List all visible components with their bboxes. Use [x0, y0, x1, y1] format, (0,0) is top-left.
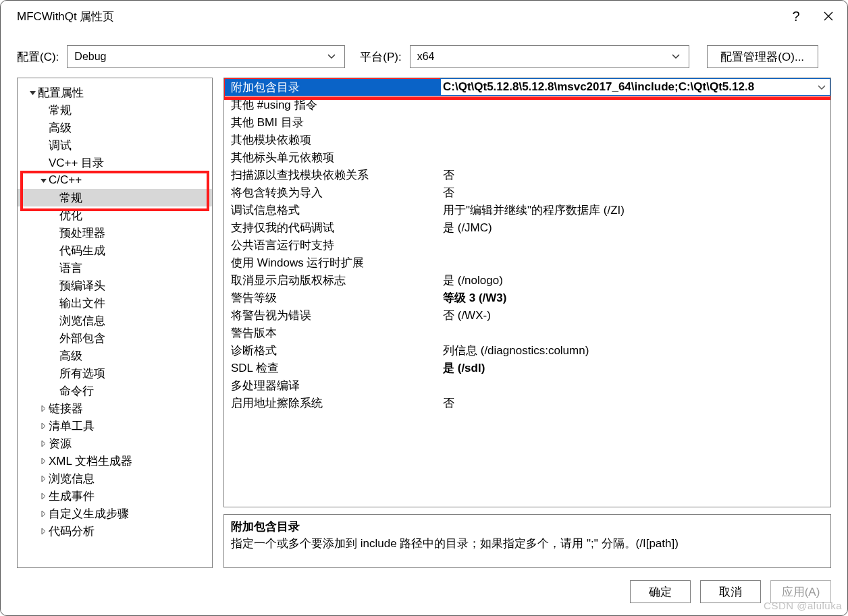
property-value — [440, 254, 830, 271]
chevron-down-icon[interactable] — [818, 83, 826, 92]
caret-right-icon — [38, 423, 49, 429]
tree-branch[interactable]: 配置属性 — [18, 84, 212, 101]
tree-leaf[interactable]: 高级 — [18, 119, 212, 136]
help-button[interactable]: ? — [780, 1, 812, 32]
property-name: 将警告视为错误 — [224, 306, 440, 324]
property-value: 等级 3 (/W3) — [440, 289, 830, 306]
tree-branch[interactable]: 浏览信息 — [18, 470, 212, 487]
property-row[interactable]: 扫描源以查找模块依赖关系否 — [224, 166, 830, 184]
tree-leaf[interactable]: 预处理器 — [18, 224, 212, 242]
property-row[interactable]: 其他标头单元依赖项 — [224, 148, 830, 166]
property-row[interactable]: 启用地址擦除系统否 — [224, 394, 830, 412]
chevron-down-icon — [670, 54, 682, 59]
property-value — [440, 148, 830, 166]
property-row[interactable]: 将警告视为错误否 (/WX-) — [224, 306, 830, 324]
tree-item-label: 链接器 — [49, 401, 83, 416]
right-column: 附加包含目录C:\Qt\Qt5.12.8\5.12.8\msvc2017_64\… — [223, 78, 831, 568]
property-row[interactable]: 调试信息格式用于"编辑并继续"的程序数据库 (/ZI) — [224, 201, 830, 219]
description-panel: 附加包含目录 指定一个或多个要添加到 include 路径中的目录；如果指定多个… — [223, 514, 831, 568]
tree-leaf[interactable]: 调试 — [18, 136, 212, 154]
tree-branch[interactable]: 生成事件 — [18, 487, 212, 505]
config-combo[interactable]: Debug — [67, 45, 345, 68]
tree-leaf[interactable]: 常规 — [18, 101, 212, 119]
property-value — [440, 376, 830, 394]
tree-item-label: 常规 — [49, 103, 72, 118]
property-page-dialog: MFCWithQt 属性页 ? 配置(C): Debug 平台(P): x64 … — [0, 0, 848, 616]
property-value: 否 — [440, 184, 830, 201]
apply-button[interactable]: 应用(A) — [770, 580, 831, 603]
platform-combo[interactable]: x64 — [410, 45, 689, 68]
tree-leaf[interactable]: 输出文件 — [18, 294, 212, 312]
caret-down-icon — [38, 177, 49, 184]
tree-leaf[interactable]: 语言 — [18, 259, 212, 277]
close-button[interactable] — [812, 1, 845, 32]
chevron-down-icon — [325, 54, 338, 59]
tree-leaf[interactable]: 命令行 — [18, 382, 212, 399]
tree-item-label: 优化 — [59, 208, 82, 223]
cancel-button[interactable]: 取消 — [700, 580, 761, 603]
property-name: 多处理器编译 — [224, 376, 440, 394]
config-label: 配置(C): — [17, 49, 59, 65]
tree-leaf[interactable]: 浏览信息 — [18, 312, 212, 329]
property-name: SDL 检查 — [224, 359, 440, 376]
tree-branch[interactable]: 自定义生成步骤 — [18, 505, 212, 522]
tree-branch[interactable]: 代码分析 — [18, 522, 212, 540]
property-name: 调试信息格式 — [224, 201, 440, 219]
tree-leaf[interactable]: 优化 — [18, 206, 212, 224]
property-row[interactable]: 将包含转换为导入否 — [224, 184, 830, 201]
tree-leaf[interactable]: 预编译头 — [18, 277, 212, 294]
tree-leaf[interactable]: 高级 — [18, 347, 212, 364]
property-name: 诊断格式 — [224, 341, 440, 359]
tree-branch[interactable]: XML 文档生成器 — [18, 452, 212, 470]
property-row[interactable]: 附加包含目录C:\Qt\Qt5.12.8\5.12.8\msvc2017_64\… — [224, 78, 830, 96]
tree-item-label: 浏览信息 — [49, 471, 95, 486]
titlebar: MFCWithQt 属性页 ? — [1, 1, 847, 32]
tree-leaf[interactable]: VC++ 目录 — [18, 154, 212, 171]
property-name: 将包含转换为导入 — [224, 184, 440, 201]
tree-item-label: 语言 — [59, 260, 82, 276]
help-icon: ? — [792, 9, 799, 24]
property-row[interactable]: 取消显示启动版权标志是 (/nologo) — [224, 271, 830, 289]
tree-branch[interactable]: 链接器 — [18, 399, 212, 417]
property-value: 是 (/nologo) — [440, 271, 830, 289]
property-value: 否 (/WX-) — [440, 306, 830, 324]
property-row[interactable]: 警告等级等级 3 (/W3) — [224, 289, 830, 306]
property-row[interactable]: 其他 #using 指令 — [224, 96, 830, 113]
property-grid[interactable]: 附加包含目录C:\Qt\Qt5.12.8\5.12.8\msvc2017_64\… — [223, 78, 831, 507]
property-value: 列信息 (/diagnostics:column) — [440, 341, 830, 359]
tree-branch[interactable]: C/C++ — [18, 171, 212, 189]
property-row[interactable]: 多处理器编译 — [224, 376, 830, 394]
config-manager-button[interactable]: 配置管理器(O)... — [707, 45, 818, 68]
property-row[interactable]: SDL 检查是 (/sdl) — [224, 359, 830, 376]
tree-branch[interactable]: 清单工具 — [18, 417, 212, 435]
property-row[interactable]: 警告版本 — [224, 324, 830, 341]
property-name: 使用 Windows 运行时扩展 — [224, 254, 440, 271]
caret-right-icon — [38, 493, 49, 499]
tree-item-label: 自定义生成步骤 — [49, 506, 129, 522]
property-row[interactable]: 诊断格式列信息 (/diagnostics:column) — [224, 341, 830, 359]
ok-button[interactable]: 确定 — [630, 580, 691, 603]
main-area: 配置属性常规高级调试VC++ 目录C/C++常规优化预处理器代码生成语言预编译头… — [1, 78, 847, 578]
tree-leaf[interactable]: 代码生成 — [18, 242, 212, 259]
property-name: 其他 BMI 目录 — [224, 113, 440, 131]
tree-leaf[interactable]: 所有选项 — [18, 364, 212, 382]
property-name: 支持仅我的代码调试 — [224, 219, 440, 236]
property-row[interactable]: 公共语言运行时支持 — [224, 236, 830, 254]
tree-branch[interactable]: 资源 — [18, 435, 212, 452]
tree-item-label: 生成事件 — [49, 488, 95, 504]
nav-tree[interactable]: 配置属性常规高级调试VC++ 目录C/C++常规优化预处理器代码生成语言预编译头… — [17, 78, 213, 568]
property-row[interactable]: 支持仅我的代码调试是 (/JMC) — [224, 219, 830, 236]
property-row[interactable]: 其他 BMI 目录 — [224, 113, 830, 131]
property-name: 附加包含目录 — [224, 78, 440, 96]
property-value: 是 (/sdl) — [440, 359, 830, 376]
caret-down-icon — [27, 90, 38, 96]
tree-item-label: 输出文件 — [59, 296, 105, 311]
tree-leaf[interactable]: 常规 — [18, 189, 212, 206]
property-row[interactable]: 使用 Windows 运行时扩展 — [224, 254, 830, 271]
property-value — [440, 131, 830, 148]
tree-leaf[interactable]: 外部包含 — [18, 329, 212, 347]
property-value[interactable]: C:\Qt\Qt5.12.8\5.12.8\msvc2017_64\includ… — [440, 78, 830, 96]
property-row[interactable]: 其他模块依赖项 — [224, 131, 830, 148]
property-name: 其他 #using 指令 — [224, 96, 440, 113]
property-name: 其他标头单元依赖项 — [224, 148, 440, 166]
